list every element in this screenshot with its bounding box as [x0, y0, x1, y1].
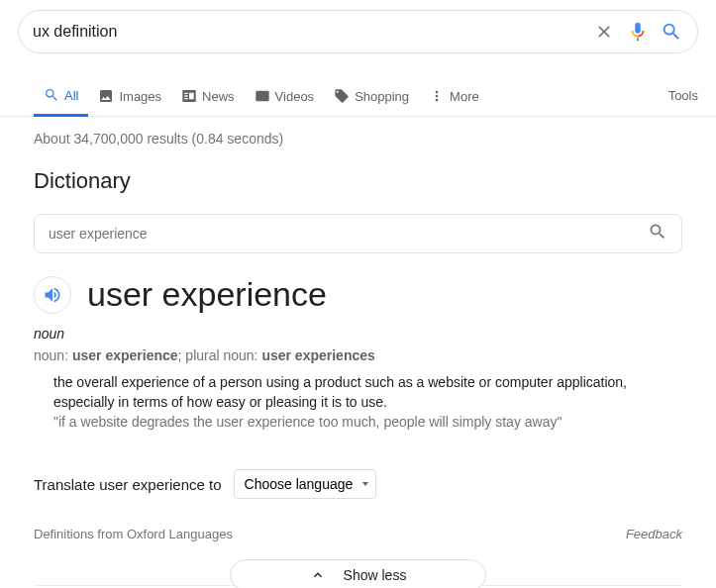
tab-all[interactable]: All — [34, 75, 88, 117]
dictionary-title: Dictionary — [34, 168, 682, 194]
tab-more[interactable]: More — [419, 76, 489, 115]
pronounce-button[interactable] — [34, 276, 71, 314]
search-icon[interactable] — [660, 20, 683, 44]
voice-search-icon[interactable] — [626, 20, 650, 44]
tab-label: Shopping — [355, 89, 409, 104]
translate-row: Translate user experience to Choose lang… — [34, 469, 682, 499]
tab-label: More — [450, 89, 479, 104]
translate-label: Translate user experience to — [34, 476, 222, 493]
tools-link[interactable]: Tools — [668, 76, 698, 115]
result-stats: About 34,700,000 results (0.84 seconds) — [0, 117, 716, 147]
tab-shopping[interactable]: Shopping — [324, 76, 419, 115]
show-less-row: Show less — [34, 559, 682, 588]
tab-label: News — [202, 89, 235, 104]
tab-images[interactable]: Images — [88, 76, 171, 115]
headword: user experience — [87, 275, 327, 314]
search-input[interactable] — [33, 23, 582, 41]
tab-videos[interactable]: Videos — [245, 76, 325, 115]
word-row: user experience — [34, 275, 682, 314]
tabs-row: All Images News Videos Shopping More Too… — [0, 75, 716, 117]
feedback-link[interactable]: Feedback — [626, 527, 682, 541]
tab-news[interactable]: News — [171, 76, 245, 115]
source-row: Definitions from Oxford Languages Feedba… — [34, 527, 682, 541]
show-less-label: Show less — [344, 567, 407, 583]
search-icon[interactable] — [648, 222, 667, 245]
dictionary-search-input[interactable] — [49, 226, 648, 242]
clear-icon[interactable] — [592, 20, 616, 44]
word-forms: noun: user experience; plural noun: user… — [34, 347, 682, 363]
chevron-up-icon — [310, 567, 326, 583]
tab-label: Images — [119, 89, 161, 104]
definitions-source: Definitions from Oxford Languages — [34, 527, 233, 541]
example-text: "if a website degrades the user experien… — [53, 414, 682, 430]
definition-text: the overall experience of a person using… — [53, 373, 682, 412]
language-select[interactable]: Choose language — [234, 469, 376, 499]
show-less-button[interactable]: Show less — [230, 559, 487, 588]
tab-label: Videos — [275, 89, 315, 104]
definition-body: the overall experience of a person using… — [53, 373, 682, 430]
part-of-speech: noun — [34, 326, 682, 342]
tab-label: All — [64, 88, 78, 103]
dictionary-block: Dictionary user experience noun noun: us… — [0, 147, 716, 588]
dictionary-search — [34, 214, 682, 253]
search-bar — [18, 10, 698, 53]
